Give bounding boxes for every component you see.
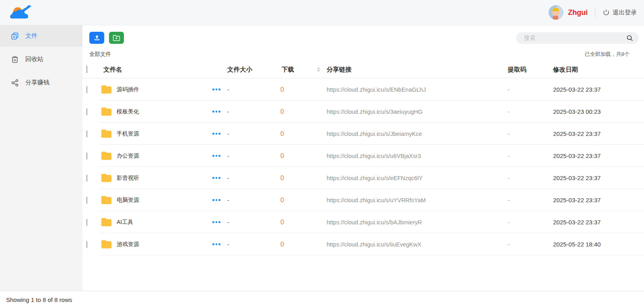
file-size: - (225, 86, 278, 93)
share-link[interactable]: https://cloud.zhigui.icu/s/bAJbmieryR (327, 219, 508, 226)
modified-date: 2025-03-22 23:37 (553, 152, 644, 159)
table-row[interactable]: 手机资源-0https://cloud.zhigui.icu/s/Jbeiamy… (82, 123, 644, 145)
file-name[interactable]: 游戏资源 (117, 241, 139, 248)
sidebar-item-label: 分享赚钱 (25, 79, 49, 86)
extract-code: - (508, 175, 553, 181)
power-icon (603, 9, 610, 16)
file-name[interactable]: 办公资源 (117, 152, 139, 160)
column-header-name[interactable]: 文件名 (101, 66, 212, 74)
table-body: 源码插件-0https://cloud.zhigui.icu/s/ENbEnaG… (82, 78, 644, 255)
file-name[interactable]: 源码插件 (117, 86, 139, 93)
extract-code: - (508, 197, 553, 203)
file-name[interactable]: 模板美化 (117, 108, 139, 115)
modified-date: 2025-03-22 23:37 (553, 175, 644, 181)
download-count: 0 (278, 197, 317, 204)
sidebar-item-recycle[interactable]: 回收站 (0, 49, 82, 70)
share-link[interactable]: https://cloud.zhigui.icu/s/iiuEvegKwX (327, 241, 508, 248)
sub-header: 全部文件 已全部加载，共8个 (89, 51, 630, 58)
file-name[interactable]: 电脑资源 (117, 197, 139, 204)
table-row[interactable]: 源码插件-0https://cloud.zhigui.icu/s/ENbEnaG… (82, 78, 644, 101)
share-nodes-icon (11, 79, 19, 87)
upload-icon (93, 34, 101, 41)
row-actions-menu[interactable] (212, 111, 225, 113)
app-logo (9, 4, 32, 21)
column-header-share-link[interactable]: 分享链接 (327, 66, 508, 74)
row-actions-menu[interactable] (212, 177, 225, 179)
download-count: 0 (278, 241, 317, 248)
column-header-modified[interactable]: 修改日期 (553, 66, 644, 74)
extract-code: - (508, 86, 553, 93)
avatar[interactable] (549, 5, 563, 20)
row-checkbox[interactable] (86, 152, 87, 160)
folder-plus-icon (113, 35, 120, 41)
row-checkbox[interactable] (86, 130, 87, 138)
column-header-size[interactable]: 文件大小 (225, 66, 278, 74)
share-link[interactable]: https://cloud.zhigui.icu/s/u6VBjaXsr3 (327, 153, 508, 159)
folder-icon (101, 107, 111, 116)
row-actions-menu[interactable] (212, 88, 225, 90)
upload-button[interactable] (89, 32, 104, 44)
extract-code: - (508, 131, 553, 137)
share-link[interactable]: https://cloud.zhigui.icu/s/JbeiamyKce (327, 131, 508, 137)
search-input[interactable] (524, 35, 626, 41)
sort-icon[interactable] (317, 67, 327, 72)
sidebar-item-label: 回收站 (25, 55, 43, 63)
username[interactable]: Zhgui (568, 8, 588, 17)
row-checkbox[interactable] (86, 197, 87, 204)
column-header-code[interactable]: 提取码 (508, 66, 553, 74)
share-link[interactable]: https://cloud.zhigui.icu/s/uYVRRfsYaM (327, 197, 508, 203)
file-name[interactable]: 手机资源 (117, 130, 139, 138)
top-bar: Zhgui 退出登录 (0, 0, 644, 25)
divider (595, 8, 595, 17)
folder-icon (101, 240, 111, 248)
load-status: 已全部加载，共8个 (585, 51, 630, 58)
toolbar (89, 32, 639, 44)
row-actions-menu[interactable] (212, 199, 225, 201)
extract-code: - (508, 153, 553, 159)
row-actions-menu[interactable] (212, 221, 225, 223)
table-row[interactable]: 办公资源-0https://cloud.zhigui.icu/s/u6VBjaX… (82, 145, 644, 167)
search-icon[interactable] (626, 35, 633, 41)
table-row[interactable]: 影音视听-0https://cloud.zhigui.icu/s/eEFNzqc… (82, 167, 644, 189)
download-count: 0 (278, 175, 317, 182)
row-checkbox[interactable] (86, 219, 87, 226)
folder-icon (101, 85, 111, 94)
sidebar-item-files[interactable]: 文件 (0, 25, 82, 47)
breadcrumb[interactable]: 全部文件 (89, 51, 111, 58)
share-link[interactable]: https://cloud.zhigui.icu/s/ENbEnaGLhJ (327, 86, 508, 93)
file-name[interactable]: 影音视听 (117, 175, 139, 182)
table-row[interactable]: 电脑资源-0https://cloud.zhigui.icu/s/uYVRRfs… (82, 189, 644, 211)
row-checkbox[interactable] (86, 108, 87, 115)
table-row[interactable]: AI工具-0https://cloud.zhigui.icu/s/bAJbmie… (82, 211, 644, 233)
modified-date: 2025-03-22 23:37 (553, 197, 644, 203)
new-folder-button[interactable] (109, 32, 124, 44)
logout-button[interactable]: 退出登录 (603, 9, 637, 16)
row-actions-menu[interactable] (212, 133, 225, 135)
modified-date: 2025-03-22 23:37 (553, 86, 644, 93)
row-actions-menu[interactable] (212, 155, 225, 157)
row-checkbox[interactable] (86, 175, 87, 182)
select-all-checkbox[interactable] (86, 66, 87, 73)
file-size: - (225, 197, 278, 203)
download-count: 0 (278, 130, 317, 138)
table-row[interactable]: 模板美化-0https://cloud.zhigui.icu/s/3aeiuyu… (82, 101, 644, 123)
extract-code: - (508, 241, 553, 248)
row-checkbox[interactable] (86, 86, 87, 93)
share-link[interactable]: https://cloud.zhigui.icu/s/3aeiuyugHG (327, 109, 508, 115)
row-actions-menu[interactable] (212, 243, 225, 245)
share-link[interactable]: https://cloud.zhigui.icu/s/eEFNzqc6lY (327, 175, 508, 181)
download-count: 0 (278, 152, 317, 160)
sidebar-item-share-earn[interactable]: 分享赚钱 (0, 72, 82, 93)
file-name[interactable]: AI工具 (117, 219, 133, 226)
user-area: Zhgui 退出登录 (549, 5, 637, 20)
extract-code: - (508, 109, 553, 115)
file-size: - (225, 109, 278, 115)
download-count: 0 (278, 108, 317, 115)
column-header-downloads[interactable]: 下载 (278, 66, 317, 74)
row-checkbox[interactable] (86, 241, 87, 248)
download-count: 0 (278, 86, 317, 93)
download-count: 0 (278, 219, 317, 226)
search-box[interactable] (516, 32, 639, 44)
table-row[interactable]: 游戏资源-0https://cloud.zhigui.icu/s/iiuEveg… (82, 233, 644, 255)
main-content: 全部文件 已全部加载，共8个 文件名 文件大小 下载 分享链接 提取码 修改日期… (82, 25, 644, 291)
